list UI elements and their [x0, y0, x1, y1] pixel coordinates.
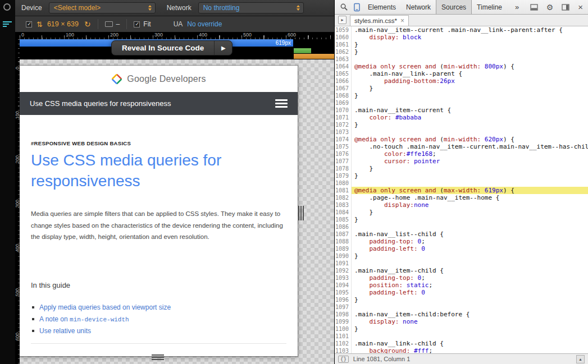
line-number[interactable]: 1080 — [335, 179, 352, 187]
code-line[interactable]: 1072} — [335, 121, 588, 128]
line-number[interactable]: 1077 — [335, 158, 352, 165]
code-line[interactable]: 1089 padding-left: 0 — [335, 245, 588, 252]
line-number[interactable]: 1087 — [335, 231, 352, 238]
line-number[interactable]: 1094 — [335, 282, 352, 289]
navigator-toggle-icon[interactable]: ▸ — [338, 16, 347, 24]
line-number[interactable]: 1079 — [335, 172, 352, 179]
tab-network[interactable]: Network — [401, 0, 436, 14]
line-number[interactable]: 1097 — [335, 303, 352, 311]
code-text[interactable]: @media only screen and (max-width: 619px… — [352, 187, 588, 194]
code-line[interactable]: 1067 } — [335, 85, 588, 92]
code-text[interactable] — [352, 128, 588, 136]
line-number[interactable]: 1099 — [335, 318, 352, 325]
guide-link[interactable]: Apply media queries based on viewport si… — [31, 301, 286, 313]
pretty-print-icon[interactable]: {} — [338, 356, 349, 363]
code-text[interactable]: position: static; — [352, 282, 588, 289]
code-text[interactable]: padding-bottom:26px — [352, 77, 588, 85]
code-line[interactable]: 1070.main-nav__item--current { — [335, 107, 588, 114]
line-number[interactable]: 1082 — [335, 194, 352, 201]
line-number[interactable]: 1069 — [335, 99, 352, 107]
code-line[interactable]: 1081@media only screen and (max-width: 6… — [335, 187, 588, 194]
code-line[interactable]: 1065 .main-nav__link--parent { — [335, 70, 588, 77]
file-tab-close-icon[interactable]: × — [400, 17, 404, 25]
line-number[interactable]: 1083 — [335, 201, 352, 209]
tab-elements[interactable]: Elements — [363, 0, 401, 14]
scroll-up-icon[interactable]: ▲ — [576, 355, 585, 363]
code-line[interactable]: 1099 display: none — [335, 318, 588, 325]
line-number[interactable]: 1084 — [335, 209, 352, 216]
line-number[interactable]: 1070 — [335, 107, 352, 114]
line-number[interactable]: 1066 — [335, 77, 352, 85]
media-queries-icon[interactable] — [3, 21, 12, 28]
code-line[interactable]: 1078 } — [335, 165, 588, 172]
code-line[interactable]: 1063 — [335, 56, 588, 63]
code-text[interactable]: .main-nav__link--child { — [352, 340, 588, 347]
code-text[interactable]: .main-nav__link--parent { — [352, 70, 588, 77]
line-number[interactable]: 1096 — [335, 296, 352, 303]
code-line[interactable]: 1101 — [335, 333, 588, 340]
code-text[interactable]: } — [352, 172, 588, 179]
code-text[interactable] — [352, 303, 588, 311]
code-line[interactable]: 1076 color:#ffe168; — [335, 150, 588, 158]
site-brand[interactable]: Google Developers — [127, 74, 206, 84]
code-line[interactable]: 1094 position: static; — [335, 282, 588, 289]
line-number[interactable]: 1085 — [335, 216, 352, 223]
code-line[interactable]: 1066 padding-bottom:26px — [335, 77, 588, 85]
code-line[interactable]: 1077 cursor: pointer — [335, 158, 588, 165]
line-number[interactable]: 1095 — [335, 289, 352, 296]
dock-side-icon[interactable] — [562, 4, 569, 11]
code-text[interactable]: } — [352, 209, 588, 216]
line-number[interactable]: 1088 — [335, 238, 352, 245]
code-line[interactable]: 1095 padding-left: 0 — [335, 289, 588, 296]
line-number[interactable]: 1067 — [335, 85, 352, 92]
device-model-select[interactable]: <Select model> — [49, 2, 156, 13]
code-text[interactable]: } — [352, 216, 588, 223]
code-text[interactable]: .main-nav__item--current { — [352, 107, 588, 114]
device-mode-icon[interactable] — [354, 3, 360, 12]
code-line[interactable]: 1075 .no-touch .main-nav__item--current.… — [335, 143, 588, 150]
line-number[interactable]: 1064 — [335, 63, 352, 70]
guide-link-text[interactable]: A note on min-device-width — [39, 315, 129, 323]
code-text[interactable]: padding-left: 0 — [352, 289, 588, 296]
code-text[interactable]: } — [352, 325, 588, 333]
code-line[interactable]: 1062} — [335, 48, 588, 56]
code-text[interactable]: } — [352, 92, 588, 99]
line-number[interactable]: 1068 — [335, 92, 352, 99]
code-text[interactable]: color:#ffe168; — [352, 150, 588, 158]
code-text[interactable]: display:none — [352, 201, 588, 209]
fit-checkbox[interactable] — [134, 21, 140, 27]
hamburger-menu-icon[interactable] — [275, 98, 288, 109]
line-number[interactable]: 1076 — [335, 150, 352, 158]
code-text[interactable]: display: block — [352, 34, 588, 41]
line-number[interactable]: 1098 — [335, 311, 352, 318]
refresh-icon[interactable]: ↻ — [84, 20, 91, 29]
code-line[interactable]: 1083 display:none — [335, 201, 588, 209]
code-text[interactable]: } — [352, 252, 588, 260]
code-text[interactable]: } — [352, 85, 588, 92]
network-throttling-select[interactable]: No throttling — [198, 2, 304, 13]
code-text[interactable]: .main-nav__item--child { — [352, 267, 588, 274]
height-resize-handle[interactable] — [152, 354, 164, 360]
play-icon[interactable]: ▶ — [214, 41, 232, 55]
line-number[interactable]: 1093 — [335, 274, 352, 282]
code-line[interactable]: 1084 } — [335, 209, 588, 216]
code-text[interactable]: .no-touch .main-nav__item--current.main-… — [352, 143, 588, 150]
line-number[interactable]: 1086 — [335, 223, 352, 231]
line-number[interactable]: 1103 — [335, 347, 352, 353]
line-number[interactable]: 1071 — [335, 114, 352, 121]
emulate-resolution-checkbox[interactable] — [26, 21, 32, 27]
code-text[interactable]: .page--home .main-nav__item--home { — [352, 194, 588, 201]
tab-timeline[interactable]: Timeline — [472, 0, 507, 14]
line-number[interactable]: 1092 — [335, 267, 352, 274]
code-line[interactable]: 1087.main-nav__list--child { — [335, 231, 588, 238]
code-text[interactable]: } — [352, 41, 588, 48]
line-number[interactable]: 1078 — [335, 165, 352, 172]
code-text[interactable]: } — [352, 48, 588, 56]
line-number[interactable]: 1089 — [335, 245, 352, 252]
line-number[interactable]: 1061 — [335, 41, 352, 48]
code-line[interactable]: 1100} — [335, 325, 588, 333]
code-text[interactable] — [352, 333, 588, 340]
file-tab[interactable]: styles.min.css* × — [350, 15, 409, 26]
code-text[interactable]: padding-top: 0; — [352, 274, 588, 282]
line-number[interactable]: 1073 — [335, 128, 352, 136]
